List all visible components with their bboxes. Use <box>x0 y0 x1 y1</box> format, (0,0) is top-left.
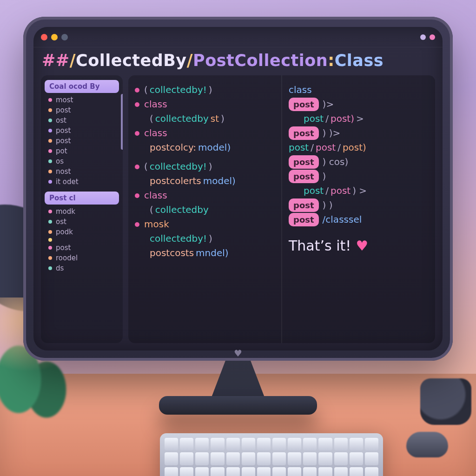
code-token: ( <box>144 83 148 97</box>
code-token: ) <box>323 169 326 184</box>
sidebar-item[interactable]: nost <box>45 166 119 177</box>
sidebar-section-title: Post cl <box>49 194 76 202</box>
sidebar-item[interactable]: post <box>45 105 119 115</box>
breadcrumb-path: ##/CollectedBy/PostCollection:Class <box>33 47 443 75</box>
sidebar-item[interactable]: pot <box>45 146 119 156</box>
sidebar-item[interactable] <box>45 237 119 243</box>
code-token: ) <box>221 112 225 126</box>
gutter-dot-icon <box>135 222 139 227</box>
path-segment-1: CollectedBy <box>76 51 187 70</box>
code-token: post) <box>331 112 354 126</box>
file-dot-icon <box>48 256 52 260</box>
sidebar-item[interactable]: post <box>45 243 119 253</box>
sidebar-item[interactable]: ost <box>45 115 119 126</box>
path-segment-2: PostCollection <box>193 51 328 70</box>
thats-it-text: That’s it! ♥ <box>289 235 429 257</box>
code-pill: post <box>289 198 319 212</box>
file-dot-icon <box>48 98 52 102</box>
editor-pane-right[interactable]: class post)> post/post)> post) )> post/p… <box>281 75 435 343</box>
sidebar-item[interactable]: post <box>45 126 119 136</box>
sidebar-item[interactable]: most <box>45 95 119 105</box>
code-token: model) <box>203 174 236 188</box>
gutter-dot-icon <box>135 88 139 93</box>
file-dot-icon <box>48 246 52 250</box>
code-token: ) cos) <box>323 155 349 169</box>
coffee-mug <box>420 378 471 425</box>
code-pill: post <box>289 170 319 184</box>
sidebar-item-label: post <box>56 126 71 135</box>
file-sidebar[interactable]: Coal ocod By mostpostostpostpostpotosnos… <box>41 75 123 343</box>
sidebar-item-label: post <box>56 137 71 145</box>
minimize-icon[interactable] <box>51 34 58 40</box>
indicator-dot <box>420 34 426 40</box>
code-token: post) <box>343 140 366 155</box>
sidebar-item[interactable]: os <box>45 156 119 166</box>
sidebar-item-label: roodel <box>56 254 78 262</box>
editor-pane-left[interactable]: (collectedby!) class (collectedby st ) c… <box>128 75 281 343</box>
code-token: post <box>304 184 324 198</box>
sidebar-item-label: os <box>56 157 64 165</box>
gutter-dot-icon <box>135 131 139 136</box>
keyboard <box>160 433 383 476</box>
file-dot-icon <box>48 129 52 132</box>
code-token: post <box>304 112 324 126</box>
sidebar-item[interactable]: ost <box>45 217 119 227</box>
code-token: / <box>325 184 329 198</box>
sidebar-item-label: post <box>56 244 71 252</box>
path-segment-3: Class <box>335 51 383 70</box>
code-token: post <box>289 140 309 155</box>
titlebar-right-dots <box>420 34 435 40</box>
code-token: ( <box>150 112 153 126</box>
sidebar-item[interactable]: it odet <box>45 177 119 187</box>
code-token: )> <box>323 97 334 112</box>
monitor-base <box>159 396 317 415</box>
code-token: ( <box>144 159 148 174</box>
code-token: ) <box>209 231 212 246</box>
code-token: > <box>356 112 364 126</box>
window-titlebar <box>33 27 443 47</box>
file-dot-icon <box>48 220 52 224</box>
code-token: model) <box>198 140 231 155</box>
sidebar-item[interactable]: post <box>45 136 119 146</box>
screen: ##/CollectedBy/PostCollection:Class Coal… <box>33 27 443 350</box>
sidebar-item-label: nost <box>56 167 71 176</box>
code-token: mndel) <box>196 246 229 260</box>
sidebar-section-header[interactable]: Coal ocod By <box>45 80 119 93</box>
sidebar-item-label: post <box>56 106 71 114</box>
code-token: class <box>144 126 167 140</box>
code-editor[interactable]: (collectedby!) class (collectedby st ) c… <box>128 75 435 343</box>
file-dot-icon <box>48 119 52 122</box>
sidebar-item-label: modk <box>56 207 75 216</box>
scrollbar-thumb[interactable] <box>121 94 123 150</box>
close-icon[interactable] <box>41 34 47 40</box>
code-pill: post <box>289 98 319 112</box>
code-token: postcolerts <box>150 174 201 188</box>
file-dot-icon <box>48 210 52 213</box>
heart-icon: ♥ <box>356 235 368 257</box>
sidebar-item[interactable]: ds <box>45 263 119 273</box>
sidebar-section-title: Coal ocod By <box>49 82 99 91</box>
code-token: collectedby! <box>150 83 207 97</box>
code-token: ) )> <box>323 126 341 140</box>
sidebar-item[interactable]: modk <box>45 206 119 217</box>
file-dot-icon <box>48 180 52 184</box>
code-token: ) <box>209 83 212 97</box>
zoom-icon[interactable] <box>61 34 68 40</box>
sidebar-section-header[interactable]: Post cl <box>45 192 119 205</box>
code-token: / <box>337 140 341 155</box>
code-token: collectedby! <box>150 159 207 174</box>
code-token: post <box>316 140 336 155</box>
sidebar-item[interactable]: podk <box>45 227 119 237</box>
monitor-bezel: ##/CollectedBy/PostCollection:Class Coal… <box>23 17 453 361</box>
code-token: collectedby! <box>150 231 207 246</box>
path-colon: : <box>328 51 335 70</box>
sidebar-item[interactable]: roodel <box>45 253 119 263</box>
gutter-dot-icon <box>135 193 139 198</box>
indicator-dot <box>430 34 435 40</box>
code-token: st <box>211 112 219 126</box>
closing-text: That’s it! <box>289 235 351 257</box>
file-dot-icon <box>48 159 52 163</box>
gutter-dot-icon <box>135 102 139 107</box>
code-token: post <box>331 184 350 198</box>
sidebar-item-label: pot <box>56 147 67 155</box>
